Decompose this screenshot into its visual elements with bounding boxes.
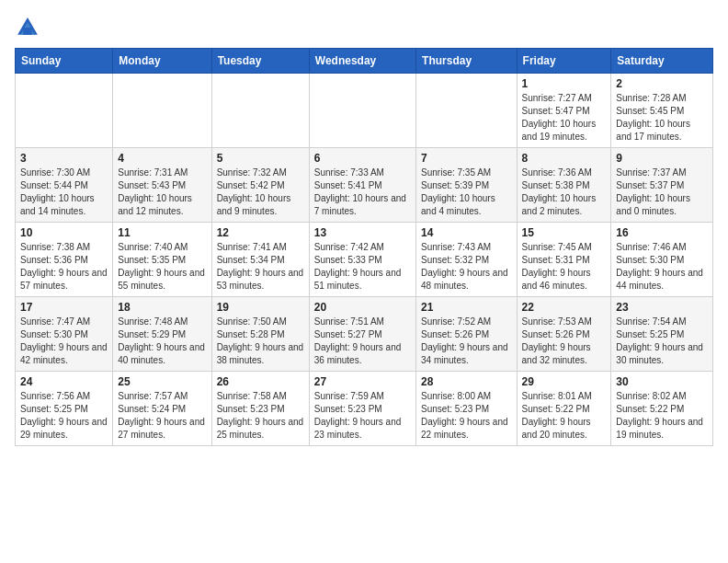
day-number: 11 xyxy=(118,226,206,239)
day-info: Sunrise: 7:36 AM Sunset: 5:38 PM Dayligh… xyxy=(522,167,607,218)
day-info: Sunrise: 7:54 AM Sunset: 5:25 PM Dayligh… xyxy=(616,316,708,367)
day-cell xyxy=(16,74,113,148)
day-cell: 21Sunrise: 7:52 AM Sunset: 5:26 PM Dayli… xyxy=(416,297,518,372)
week-row-1: 1Sunrise: 7:27 AM Sunset: 5:47 PM Daylig… xyxy=(16,74,713,148)
column-header-monday: Monday xyxy=(113,49,211,74)
day-info: Sunrise: 7:38 AM Sunset: 5:36 PM Dayligh… xyxy=(20,241,108,293)
svg-rect-2 xyxy=(23,28,31,35)
day-info: Sunrise: 7:28 AM Sunset: 5:45 PM Dayligh… xyxy=(616,92,708,144)
day-number: 16 xyxy=(616,226,708,239)
column-header-thursday: Thursday xyxy=(416,49,518,74)
day-number: 18 xyxy=(118,301,206,314)
column-header-wednesday: Wednesday xyxy=(309,49,415,74)
day-cell: 10Sunrise: 7:38 AM Sunset: 5:36 PM Dayli… xyxy=(16,223,113,297)
day-cell xyxy=(309,74,415,148)
day-cell: 9Sunrise: 7:37 AM Sunset: 5:37 PM Daylig… xyxy=(611,148,713,223)
day-cell: 22Sunrise: 7:53 AM Sunset: 5:26 PM Dayli… xyxy=(517,297,611,372)
day-info: Sunrise: 7:40 AM Sunset: 5:35 PM Dayligh… xyxy=(118,241,206,293)
day-cell: 13Sunrise: 7:42 AM Sunset: 5:33 PM Dayli… xyxy=(309,223,415,297)
day-info: Sunrise: 7:56 AM Sunset: 5:25 PM Dayligh… xyxy=(20,390,108,442)
day-cell: 15Sunrise: 7:45 AM Sunset: 5:31 PM Dayli… xyxy=(517,223,611,297)
day-number: 6 xyxy=(314,152,411,165)
day-info: Sunrise: 7:42 AM Sunset: 5:33 PM Dayligh… xyxy=(314,241,411,293)
day-info: Sunrise: 7:51 AM Sunset: 5:27 PM Dayligh… xyxy=(314,316,411,367)
day-cell: 18Sunrise: 7:48 AM Sunset: 5:29 PM Dayli… xyxy=(113,297,211,372)
day-cell xyxy=(113,74,211,148)
day-cell: 8Sunrise: 7:36 AM Sunset: 5:38 PM Daylig… xyxy=(517,148,611,223)
week-row-4: 17Sunrise: 7:47 AM Sunset: 5:30 PM Dayli… xyxy=(16,297,713,372)
day-number: 22 xyxy=(522,301,607,314)
day-info: Sunrise: 7:37 AM Sunset: 5:37 PM Dayligh… xyxy=(616,167,708,218)
day-info: Sunrise: 8:02 AM Sunset: 5:22 PM Dayligh… xyxy=(616,390,708,442)
day-number: 26 xyxy=(217,375,304,388)
week-row-3: 10Sunrise: 7:38 AM Sunset: 5:36 PM Dayli… xyxy=(16,223,713,297)
day-number: 30 xyxy=(616,375,708,388)
day-info: Sunrise: 8:01 AM Sunset: 5:22 PM Dayligh… xyxy=(522,390,607,442)
day-info: Sunrise: 7:47 AM Sunset: 5:30 PM Dayligh… xyxy=(20,316,108,367)
day-number: 21 xyxy=(421,301,512,314)
day-number: 29 xyxy=(522,375,607,388)
day-info: Sunrise: 7:53 AM Sunset: 5:26 PM Dayligh… xyxy=(522,316,607,367)
day-number: 20 xyxy=(314,301,411,314)
day-number: 15 xyxy=(522,226,607,239)
day-number: 8 xyxy=(522,152,607,165)
day-cell: 16Sunrise: 7:46 AM Sunset: 5:30 PM Dayli… xyxy=(611,223,713,297)
logo-icon xyxy=(15,15,40,40)
column-header-saturday: Saturday xyxy=(611,49,713,74)
day-cell: 5Sunrise: 7:32 AM Sunset: 5:42 PM Daylig… xyxy=(211,148,309,223)
day-cell: 29Sunrise: 8:01 AM Sunset: 5:22 PM Dayli… xyxy=(517,372,611,446)
day-number: 27 xyxy=(314,375,411,388)
day-cell: 24Sunrise: 7:56 AM Sunset: 5:25 PM Dayli… xyxy=(16,372,113,446)
day-cell: 6Sunrise: 7:33 AM Sunset: 5:41 PM Daylig… xyxy=(309,148,415,223)
day-cell: 23Sunrise: 7:54 AM Sunset: 5:25 PM Dayli… xyxy=(611,297,713,372)
day-info: Sunrise: 7:31 AM Sunset: 5:43 PM Dayligh… xyxy=(118,167,206,218)
day-cell: 12Sunrise: 7:41 AM Sunset: 5:34 PM Dayli… xyxy=(211,223,309,297)
day-info: Sunrise: 7:45 AM Sunset: 5:31 PM Dayligh… xyxy=(522,241,607,293)
day-number: 17 xyxy=(20,301,108,314)
day-info: Sunrise: 7:50 AM Sunset: 5:28 PM Dayligh… xyxy=(217,316,304,367)
day-info: Sunrise: 7:35 AM Sunset: 5:39 PM Dayligh… xyxy=(421,167,512,218)
day-cell: 28Sunrise: 8:00 AM Sunset: 5:23 PM Dayli… xyxy=(416,372,518,446)
day-info: Sunrise: 7:41 AM Sunset: 5:34 PM Dayligh… xyxy=(217,241,304,293)
calendar-table: SundayMondayTuesdayWednesdayThursdayFrid… xyxy=(15,48,713,446)
day-cell: 27Sunrise: 7:59 AM Sunset: 5:23 PM Dayli… xyxy=(309,372,415,446)
day-cell xyxy=(211,74,309,148)
day-cell: 30Sunrise: 8:02 AM Sunset: 5:22 PM Dayli… xyxy=(611,372,713,446)
day-number: 19 xyxy=(217,301,304,314)
day-info: Sunrise: 7:57 AM Sunset: 5:24 PM Dayligh… xyxy=(118,390,206,442)
day-number: 9 xyxy=(616,152,708,165)
day-number: 14 xyxy=(421,226,512,239)
day-cell: 7Sunrise: 7:35 AM Sunset: 5:39 PM Daylig… xyxy=(416,148,518,223)
day-number: 13 xyxy=(314,226,411,239)
day-info: Sunrise: 7:52 AM Sunset: 5:26 PM Dayligh… xyxy=(421,316,512,367)
day-info: Sunrise: 7:59 AM Sunset: 5:23 PM Dayligh… xyxy=(314,390,411,442)
day-number: 12 xyxy=(217,226,304,239)
day-cell: 17Sunrise: 7:47 AM Sunset: 5:30 PM Dayli… xyxy=(16,297,113,372)
day-info: Sunrise: 7:43 AM Sunset: 5:32 PM Dayligh… xyxy=(421,241,512,293)
day-info: Sunrise: 7:30 AM Sunset: 5:44 PM Dayligh… xyxy=(20,167,108,218)
logo xyxy=(15,15,44,40)
day-number: 25 xyxy=(118,375,206,388)
day-info: Sunrise: 7:33 AM Sunset: 5:41 PM Dayligh… xyxy=(314,167,411,218)
day-number: 2 xyxy=(616,77,708,90)
day-number: 1 xyxy=(522,77,607,90)
week-row-2: 3Sunrise: 7:30 AM Sunset: 5:44 PM Daylig… xyxy=(16,148,713,223)
column-header-tuesday: Tuesday xyxy=(211,49,309,74)
day-cell: 3Sunrise: 7:30 AM Sunset: 5:44 PM Daylig… xyxy=(16,148,113,223)
day-info: Sunrise: 7:48 AM Sunset: 5:29 PM Dayligh… xyxy=(118,316,206,367)
day-number: 24 xyxy=(20,375,108,388)
day-cell: 2Sunrise: 7:28 AM Sunset: 5:45 PM Daylig… xyxy=(611,74,713,148)
day-number: 5 xyxy=(217,152,304,165)
day-info: Sunrise: 7:58 AM Sunset: 5:23 PM Dayligh… xyxy=(217,390,304,442)
day-number: 4 xyxy=(118,152,206,165)
day-number: 28 xyxy=(421,375,512,388)
day-cell: 26Sunrise: 7:58 AM Sunset: 5:23 PM Dayli… xyxy=(211,372,309,446)
page-header xyxy=(15,15,713,40)
day-info: Sunrise: 8:00 AM Sunset: 5:23 PM Dayligh… xyxy=(421,390,512,442)
week-row-5: 24Sunrise: 7:56 AM Sunset: 5:25 PM Dayli… xyxy=(16,372,713,446)
calendar-header-row: SundayMondayTuesdayWednesdayThursdayFrid… xyxy=(16,49,713,74)
day-number: 23 xyxy=(616,301,708,314)
day-number: 3 xyxy=(20,152,108,165)
day-number: 10 xyxy=(20,226,108,239)
column-header-sunday: Sunday xyxy=(16,49,113,74)
